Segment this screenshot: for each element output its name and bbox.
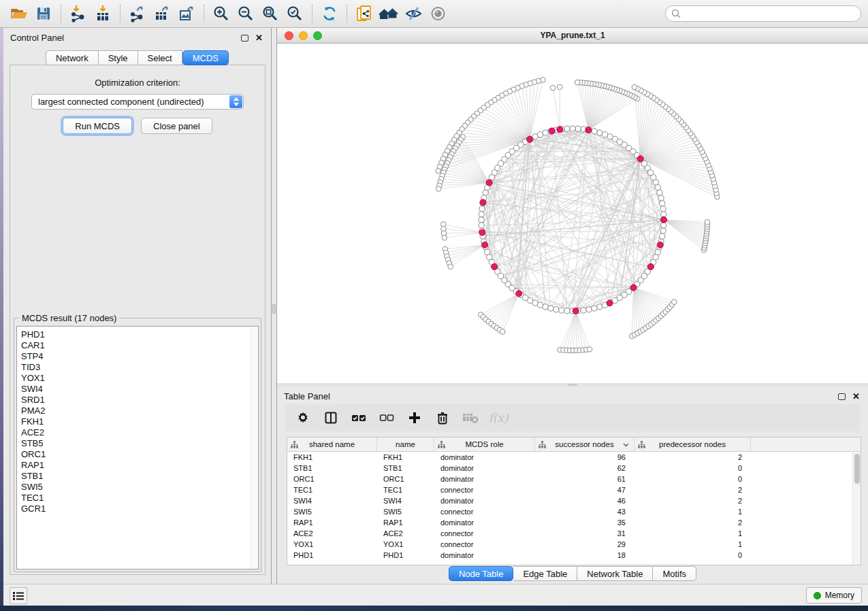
hide-selected-button[interactable]	[401, 3, 425, 24]
cell-successor-nodes: 29	[535, 539, 634, 550]
zoom-in-button[interactable]	[209, 3, 234, 24]
mcds-result-list[interactable]: PHD1CAR1STP4TID3YOX1SWI4SRD1PMA2FKH1ACE2…	[16, 326, 259, 569]
list-item[interactable]: STP4	[21, 351, 258, 362]
network-graph-svg[interactable]	[277, 44, 868, 383]
column-header-successor-nodes[interactable]: successor nodes	[535, 437, 634, 451]
list-item[interactable]: SRD1	[21, 395, 258, 406]
list-item[interactable]: RAP1	[21, 460, 258, 471]
table-scrollbar-thumb[interactable]	[854, 454, 860, 484]
list-item[interactable]: GCR1	[21, 503, 258, 514]
network-window-titlebar[interactable]: YPA_prune.txt_1	[277, 28, 868, 44]
column-label: name	[396, 440, 415, 448]
table-scrollbar[interactable]	[852, 452, 861, 565]
cell-shared-name: ORC1	[287, 474, 377, 484]
optimization-criterion-select[interactable]: largest connected component (undirected)	[31, 94, 244, 110]
splitter-grip[interactable]	[272, 304, 276, 314]
export-network-button[interactable]	[125, 3, 150, 24]
add-column-button[interactable]	[405, 408, 424, 427]
maximize-window-icon[interactable]	[313, 31, 322, 40]
float-panel-icon[interactable]	[241, 35, 248, 42]
close-panel-icon[interactable]: ✕	[852, 393, 860, 400]
zoom-out-button[interactable]	[234, 3, 258, 24]
tab-mcds[interactable]: MCDS	[182, 50, 229, 65]
float-panel-icon[interactable]	[838, 393, 846, 400]
cell-predecessor-nodes: 0	[634, 550, 751, 561]
list-item[interactable]: TID3	[21, 362, 258, 373]
unselect-all-rows-button[interactable]	[377, 408, 396, 427]
table-row[interactable]: SWI4SWI4dominator462	[287, 495, 861, 506]
function-builder-button[interactable]: f(x)	[489, 408, 508, 427]
list-item[interactable]: YOX1	[21, 373, 258, 384]
list-item[interactable]: FKH1	[21, 416, 258, 427]
list-item[interactable]: ACE2	[21, 427, 258, 438]
table-row[interactable]: FKH1FKH1dominator962	[287, 452, 861, 463]
node-table: shared namenameMCDS rolesuccessor nodesp…	[287, 437, 861, 565]
export-table-button[interactable]	[150, 3, 174, 24]
main-toolbar	[0, 0, 868, 28]
delete-table-button[interactable]	[461, 408, 480, 427]
list-item[interactable]: PMA2	[21, 406, 258, 416]
splitter-grip[interactable]	[568, 384, 577, 386]
memory-button[interactable]: Memory	[806, 587, 862, 604]
select-all-rows-button[interactable]	[349, 408, 368, 427]
table-row[interactable]: RAP1RAP1dominator352	[287, 517, 861, 528]
table-row[interactable]: STB1STB1dominator620	[287, 463, 861, 474]
tab-network-table[interactable]: Network Table	[577, 566, 653, 581]
import-table-button[interactable]	[91, 3, 115, 24]
show-hide-panels-button[interactable]	[376, 3, 401, 24]
save-session-button[interactable]	[31, 3, 56, 24]
export-image-button[interactable]	[174, 3, 199, 24]
column-header-predecessor-nodes[interactable]: predecessor nodes	[634, 437, 751, 451]
network-canvas[interactable]	[277, 44, 868, 383]
table-row[interactable]: YOX1YOX1connector291	[287, 539, 861, 550]
import-network-button[interactable]	[66, 3, 91, 24]
table-row[interactable]: PHD1PHD1dominator180	[287, 550, 861, 561]
tab-edge-table[interactable]: Edge Table	[513, 566, 577, 581]
apply-layout-button[interactable]	[317, 3, 342, 24]
tab-motifs[interactable]: Motifs	[653, 566, 696, 581]
list-item[interactable]: TEC1	[21, 493, 258, 503]
mcds-list-scrollbar[interactable]	[251, 327, 258, 569]
table-settings-button[interactable]	[293, 408, 312, 427]
cell-mcds-role: connector	[434, 484, 535, 495]
search-input[interactable]	[684, 9, 855, 18]
table-row[interactable]: TEC1TEC1connector472	[287, 484, 861, 495]
close-window-icon[interactable]	[285, 31, 293, 40]
open-file-button[interactable]	[7, 3, 31, 24]
column-label: MCDS role	[465, 440, 503, 448]
task-history-button[interactable]	[10, 587, 27, 604]
network-search-box[interactable]	[665, 5, 861, 22]
list-item[interactable]: ORC1	[21, 449, 258, 460]
node-table-body: FKH1FKH1dominator962STB1STB1dominator620…	[287, 452, 861, 561]
run-mcds-button[interactable]: Run MCDS	[63, 118, 132, 134]
column-header-mcds-role[interactable]: MCDS role	[434, 437, 535, 451]
list-item[interactable]: CAR1	[21, 340, 258, 351]
close-panel-button[interactable]: Close panel	[141, 118, 212, 134]
close-panel-icon[interactable]: ✕	[255, 35, 263, 42]
column-header-shared-name[interactable]: shared name	[287, 437, 377, 451]
list-item[interactable]: PHD1	[21, 329, 258, 340]
list-item[interactable]: SWI5	[21, 482, 258, 493]
table-row[interactable]: ORC1ORC1dominator610	[287, 474, 861, 484]
zoom-selected-button[interactable]	[283, 3, 307, 24]
zoom-fit-button[interactable]	[258, 3, 283, 24]
column-header-name[interactable]: name	[377, 437, 434, 451]
cell-predecessor-nodes: 2	[634, 452, 751, 463]
minimize-window-icon[interactable]	[299, 31, 308, 40]
network-from-selection-button[interactable]	[352, 3, 376, 24]
tab-network[interactable]: Network	[46, 50, 99, 65]
table-row[interactable]: ACE2ACE2connector311	[287, 528, 861, 539]
show-graphics-details-button[interactable]	[425, 3, 450, 24]
tab-select[interactable]: Select	[138, 50, 182, 65]
list-item[interactable]: SWI4	[21, 384, 258, 395]
split-panel-button[interactable]	[321, 408, 340, 427]
table-panel-title: Table Panel	[284, 391, 330, 401]
delete-columns-button[interactable]	[433, 408, 452, 427]
list-item[interactable]: STB5	[21, 438, 258, 449]
list-item[interactable]: STB1	[21, 471, 258, 482]
tab-node-table[interactable]: Node Table	[449, 566, 514, 581]
cell-mcds-role: dominator	[434, 474, 535, 484]
table-row[interactable]: SWI5SWI5connector431	[287, 506, 861, 517]
tab-style[interactable]: Style	[99, 50, 138, 65]
vertical-splitter[interactable]	[272, 28, 277, 584]
